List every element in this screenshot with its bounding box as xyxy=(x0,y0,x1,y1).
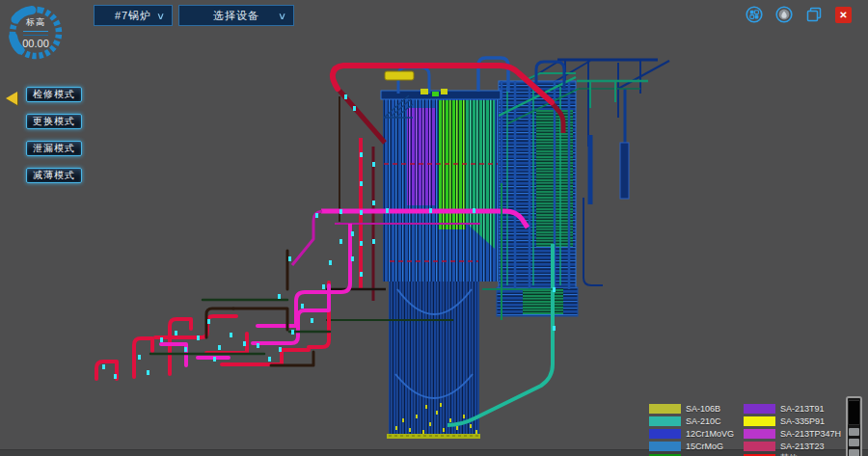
gauge-divider xyxy=(23,31,48,36)
legend-swatch xyxy=(744,442,775,451)
legend-item: 其他 xyxy=(744,452,841,456)
mode-button-overhaul[interactable]: 检修模式 xyxy=(26,87,82,102)
legend-item: SA-213T91 xyxy=(744,402,841,415)
collapse-panel-icon[interactable] xyxy=(6,92,17,105)
boiler-model-svg xyxy=(0,0,868,456)
mode-button-leak[interactable]: 泄漏模式 xyxy=(26,141,82,156)
close-button[interactable]: ✕ xyxy=(835,7,852,23)
legend-swatch xyxy=(649,442,681,451)
layers-icon[interactable] xyxy=(805,6,823,23)
legend-item: 20G xyxy=(649,452,734,456)
device-select-dropdown[interactable]: 选择设备 ∨ xyxy=(178,5,294,26)
dashboard-icon[interactable] xyxy=(746,6,763,23)
legend-swatch xyxy=(649,416,681,426)
legend-item: 12Cr1MoVG xyxy=(649,427,734,440)
boiler-3d-app: { "gauge": {"label": "标高", "value": "00.… xyxy=(0,0,868,456)
close-icon: ✕ xyxy=(839,10,847,20)
legend-item: 15CrMoG xyxy=(649,440,734,452)
chevron-down-icon: ∨ xyxy=(278,11,287,21)
legend-item: SA-213T23 xyxy=(744,440,841,452)
legend-swatch xyxy=(744,416,775,426)
legend-label: SA-210C xyxy=(686,416,721,426)
rear-pass-section xyxy=(497,77,579,316)
mode-button-thinning[interactable]: 减薄模式 xyxy=(26,168,82,183)
droplet-icon[interactable] xyxy=(775,6,793,23)
scrollbar-button[interactable] xyxy=(849,439,859,446)
elevation-gauge: 标高 00.00 xyxy=(5,2,67,64)
gauge-value: 00.00 xyxy=(22,38,49,49)
legend-item: SA-210C xyxy=(649,415,734,427)
legend-item: SA-335P91 xyxy=(744,415,841,427)
furnace-body xyxy=(381,91,501,282)
legend-item: SA-106B xyxy=(649,402,734,415)
chevron-down-icon: ∨ xyxy=(156,11,166,21)
legend-label: 其他 xyxy=(780,452,798,456)
scrollbar-thumb[interactable] xyxy=(848,400,860,425)
legend-label: SA-213T23 xyxy=(780,442,825,451)
mode-buttons: 检修模式 更换模式 泄漏模式 减薄模式 xyxy=(26,87,82,183)
boiler-3d-view[interactable] xyxy=(0,0,868,456)
legend-label: SA-335P91 xyxy=(780,416,825,426)
left-riser-pipes xyxy=(326,96,386,301)
gauge-label: 标高 xyxy=(26,16,45,29)
legend-label: 12Cr1MoVG xyxy=(686,429,734,439)
scrollbar-button[interactable] xyxy=(849,428,859,436)
boiler-select-value: #7锅炉 xyxy=(115,9,151,23)
mode-button-replace[interactable]: 更换模式 xyxy=(26,114,82,129)
window-controls: ✕ xyxy=(746,6,852,23)
legend-scrollbar[interactable] xyxy=(846,396,862,456)
lower-column xyxy=(387,282,480,439)
legend-item: SA-213TP347H xyxy=(744,427,841,440)
scrollbar-button[interactable] xyxy=(849,449,859,456)
legend-label: 15CrMoG xyxy=(686,442,723,451)
legend-label: SA-213T91 xyxy=(780,404,825,414)
legend-swatch xyxy=(744,429,775,439)
legend-swatch xyxy=(744,404,775,414)
device-select-value: 选择设备 xyxy=(213,9,259,23)
legend-swatch xyxy=(649,404,681,414)
boiler-select-dropdown[interactable]: #7锅炉 ∨ xyxy=(94,5,173,26)
legend-label: SA-106B xyxy=(686,404,720,414)
legend-label: SA-213TP347H xyxy=(780,429,841,439)
material-legend: SA-106B SA-210C 12Cr1MoVG 15CrMoG 20G SA… xyxy=(649,402,841,456)
legend-swatch xyxy=(649,429,681,439)
